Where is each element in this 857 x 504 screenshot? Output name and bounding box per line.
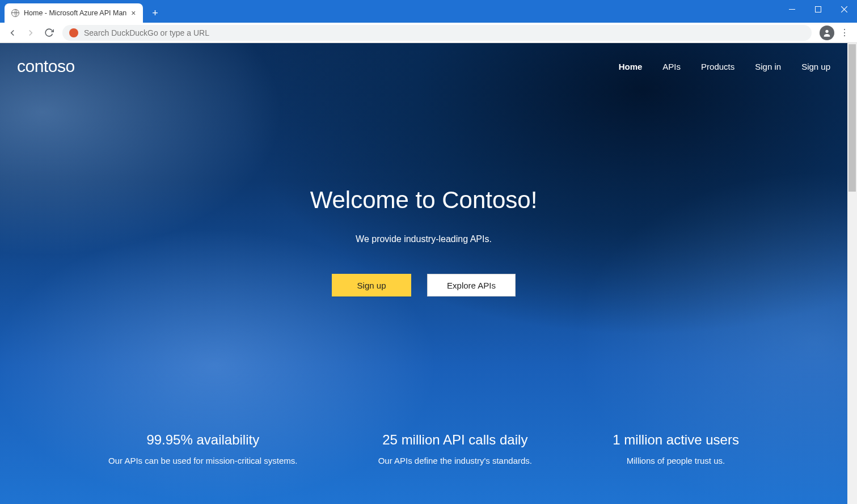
nav-signup[interactable]: Sign up [801,62,830,71]
window-minimize-button[interactable] [779,0,805,18]
nav-apis[interactable]: APIs [662,62,681,71]
reload-button[interactable] [41,25,57,41]
explore-apis-button[interactable]: Explore APIs [427,274,516,297]
page-viewport: contoso Home APIs Products Sign in Sign … [0,43,857,504]
nav-signin[interactable]: Sign in [755,62,781,71]
browser-tab[interactable]: Home - Microsoft Azure API Man × [5,3,143,23]
stats-row: 99.95% availability Our APIs can be used… [0,432,847,465]
stat-api-calls: 25 million API calls daily Our APIs defi… [378,432,532,465]
stat-headline: 1 million active users [613,432,739,448]
browser-menu-button[interactable]: ⋮ [837,27,852,38]
svg-rect-1 [815,6,821,12]
new-tab-button[interactable]: + [147,5,163,21]
hero-subtitle: We provide industry-leading APIs. [0,234,847,244]
globe-icon [11,9,19,17]
brand-logo[interactable]: contoso [17,57,75,76]
back-button[interactable] [5,25,20,41]
profile-button[interactable] [820,26,834,40]
url-input[interactable] [84,28,805,37]
forward-button[interactable] [23,25,39,41]
stat-sub: Millions of people trust us. [613,456,739,465]
nav-home[interactable]: Home [619,62,643,71]
stat-headline: 99.95% availability [108,432,297,448]
stat-headline: 25 million API calls daily [378,432,532,448]
hero-title: Welcome to Contoso! [0,187,847,214]
close-tab-button[interactable]: × [131,9,136,18]
stat-sub: Our APIs define the industry's standards… [378,456,532,465]
vertical-scrollbar[interactable] [847,43,857,504]
main-nav: Home APIs Products Sign in Sign up [619,62,830,71]
stat-sub: Our APIs can be used for mission-critica… [108,456,297,465]
tab-title: Home - Microsoft Azure API Man [24,9,126,17]
site-header: contoso Home APIs Products Sign in Sign … [0,43,847,76]
scrollbar-thumb[interactable] [848,44,856,192]
hero-buttons: Sign up Explore APIs [0,274,847,297]
browser-toolbar: ⋮ [0,23,857,43]
nav-products[interactable]: Products [701,62,734,71]
window-controls [779,0,857,18]
hero-content: Welcome to Contoso! We provide industry-… [0,76,847,297]
hero-section: contoso Home APIs Products Sign in Sign … [0,43,857,504]
address-bar[interactable] [62,25,812,41]
window-close-button[interactable] [831,0,857,18]
search-engine-icon [69,28,78,37]
signup-button[interactable]: Sign up [332,274,411,297]
stat-users: 1 million active users Millions of peopl… [613,432,739,465]
window-titlebar: Home - Microsoft Azure API Man × + [0,0,857,23]
stat-availability: 99.95% availability Our APIs can be used… [108,432,297,465]
svg-point-4 [825,29,828,32]
window-maximize-button[interactable] [805,0,831,18]
